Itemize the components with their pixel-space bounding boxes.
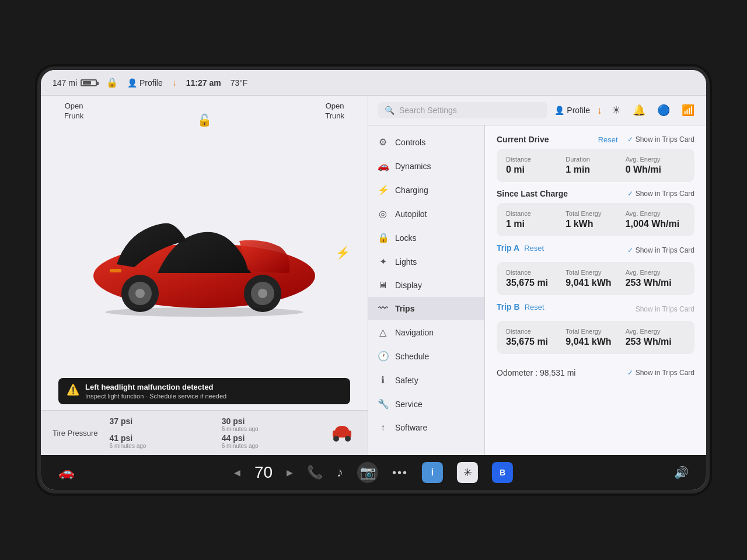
speed-display: 70 xyxy=(254,463,273,482)
service-label: Service xyxy=(395,400,423,409)
taskbar-dots[interactable]: ••• xyxy=(392,466,408,480)
taskbar-fan-app[interactable]: ✳ xyxy=(457,462,478,483)
speed-arrow-right[interactable]: ▶ xyxy=(287,468,293,477)
dynamics-icon: 🚗 xyxy=(378,160,388,172)
safety-icon: ℹ xyxy=(378,374,388,386)
bluetooth-icon[interactable]: 🔵 xyxy=(655,102,672,119)
menu-item-navigation[interactable]: △ Navigation xyxy=(368,320,484,344)
current-drive-title: Current Drive xyxy=(497,135,549,144)
menu-item-dynamics[interactable]: 🚗 Dynamics xyxy=(368,154,484,178)
current-drive-header: Current Drive Reset ✓ Show in Trips Card xyxy=(497,135,694,144)
tire-readings: 37 psi 30 psi 6 minutes ago 41 psi 6 min… xyxy=(110,416,316,449)
taskbar-music-icon[interactable]: ♪ xyxy=(337,465,343,480)
taskbar-info-app[interactable]: i xyxy=(422,462,443,483)
schedule-icon: 🕐 xyxy=(378,351,388,362)
software-label: Software xyxy=(395,423,427,432)
open-frunk-button[interactable]: OpenFrunk xyxy=(64,102,83,121)
trips-icon: 〰 xyxy=(378,303,388,314)
trips-content: Current Drive Reset ✓ Show in Trips Card xyxy=(485,125,706,455)
svg-point-6 xyxy=(258,289,267,298)
search-placeholder: Search Settings xyxy=(399,106,457,115)
tire-rr: 44 psi 6 minutes ago xyxy=(222,433,316,449)
trip-b-stats: Distance 35,675 mi Total Energy 9,041 kW… xyxy=(506,328,685,347)
software-icon: ↑ xyxy=(378,422,388,433)
taskbar-bluetooth-app[interactable]: B xyxy=(492,462,513,483)
signal-icon[interactable]: 📶 xyxy=(679,102,697,119)
taskbar-phone-icon[interactable]: 📞 xyxy=(307,465,323,480)
checkmark-icon2: ✓ xyxy=(627,190,633,198)
range-display: 147 mi xyxy=(53,78,97,88)
open-trunk-button[interactable]: OpenTrunk xyxy=(325,102,344,121)
speed-arrow-left[interactable]: ◀ xyxy=(234,468,240,477)
taskbar-camera-icon[interactable]: 📷 xyxy=(357,462,378,483)
menu-item-safety[interactable]: ℹ Safety xyxy=(368,368,484,392)
tire-car-thumbnail xyxy=(328,419,356,447)
current-drive-card: Distance 0 mi Duration 1 min Avg. Energy… xyxy=(497,149,694,182)
settings-body: ⚙ Controls 🚗 Dynamics ⚡ Charging ◎ Autop… xyxy=(368,125,706,455)
search-icon: 🔍 xyxy=(385,106,395,115)
slc-avg-energy: Avg. Energy 1,004 Wh/mi xyxy=(626,210,685,229)
trip-a-title-row: Trip A Reset xyxy=(497,243,544,253)
tire-fl: 37 psi xyxy=(110,416,204,432)
current-drive-stats: Distance 0 mi Duration 1 min Avg. Energy… xyxy=(506,156,685,175)
current-avg-energy: Avg. Energy 0 Wh/mi xyxy=(626,156,685,175)
tire-pressure-label: Tire Pressure xyxy=(53,429,98,438)
menu-item-schedule[interactable]: 🕐 Schedule xyxy=(368,344,484,368)
menu-item-locks[interactable]: 🔒 Locks xyxy=(368,226,484,250)
sun-icon[interactable]: ☀ xyxy=(609,102,623,119)
trip-a-title: Trip A xyxy=(497,243,519,253)
status-bar: 147 mi 🔒 👤 Profile ↓ 11:27 am 73°F xyxy=(41,70,706,96)
download-icon[interactable]: ↓ xyxy=(597,104,602,117)
profile-icon: 👤 xyxy=(554,106,564,115)
bell-icon[interactable]: 🔔 xyxy=(630,102,648,119)
status-profile[interactable]: 👤 Profile xyxy=(127,78,163,88)
tire-pressure-bar: Tire Pressure 37 psi 30 psi 6 minutes ag… xyxy=(41,410,368,455)
car-lock-icon[interactable]: 🔓 xyxy=(197,113,212,127)
slc-total-energy: Total Energy 1 kWh xyxy=(566,210,625,229)
left-panel: OpenFrunk 🔓 OpenTrunk xyxy=(41,96,368,455)
controls-icon: ⚙ xyxy=(378,136,388,148)
odometer-row: Odometer : 98,531 mi ✓ Show in Trips Car… xyxy=(497,361,694,380)
battery-icon xyxy=(81,79,97,86)
menu-item-controls[interactable]: ⚙ Controls xyxy=(368,130,484,154)
trip-b-card: Distance 35,675 mi Total Energy 9,041 kW… xyxy=(497,321,694,354)
tb-total-energy: Total Energy 9,041 kWh xyxy=(566,328,625,347)
right-panel: 🔍 Search Settings 👤 Profile ↓ ☀ 🔔 🔵 📶 xyxy=(368,96,706,455)
trip-b-reset[interactable]: Reset xyxy=(525,303,544,312)
menu-item-lights[interactable]: ✦ Lights xyxy=(368,250,484,274)
menu-item-service[interactable]: 🔧 Service xyxy=(368,392,484,416)
since-last-charge-header: Since Last Charge ✓ Show in Trips Card xyxy=(497,189,694,198)
range-value: 147 mi xyxy=(53,78,77,88)
trip-a-show: ✓ Show in Trips Card xyxy=(627,246,694,254)
svg-point-10 xyxy=(333,436,339,442)
search-box[interactable]: 🔍 Search Settings xyxy=(378,102,547,118)
svg-point-11 xyxy=(345,436,351,442)
slc-distance: Distance 1 mi xyxy=(506,210,566,229)
menu-item-display[interactable]: 🖥 Display xyxy=(368,274,484,297)
locks-icon: 🔒 xyxy=(378,232,388,243)
alert-title: Left headlight malfunction detected xyxy=(85,383,226,391)
taskbar-car-icon[interactable]: 🚗 xyxy=(58,465,74,480)
trip-b-show: Show in Trips Card xyxy=(636,305,694,313)
menu-item-trips[interactable]: 〰 Trips xyxy=(368,297,484,320)
trip-a-stats: Distance 35,675 mi Total Energy 9,041 kW… xyxy=(506,269,685,288)
status-temp: 73°F xyxy=(231,78,248,88)
ta-avg-energy: Avg. Energy 253 Wh/mi xyxy=(626,269,685,288)
autopilot-icon: ◎ xyxy=(378,208,388,219)
car-svg xyxy=(82,183,327,323)
menu-item-autopilot[interactable]: ◎ Autopilot xyxy=(368,202,484,226)
autopilot-label: Autopilot xyxy=(395,209,427,219)
current-drive-reset[interactable]: Reset xyxy=(598,135,618,144)
menu-item-charging[interactable]: ⚡ Charging xyxy=(368,178,484,202)
trip-a-reset[interactable]: Reset xyxy=(524,244,544,253)
alert-icon: ⚠️ xyxy=(67,383,79,396)
profile-header-button[interactable]: 👤 Profile xyxy=(554,106,590,115)
tire-rl: 41 psi 6 minutes ago xyxy=(110,433,204,449)
taskbar-volume-icon[interactable]: 🔊 xyxy=(674,466,689,480)
display-icon: 🖥 xyxy=(378,280,388,290)
svg-point-3 xyxy=(135,289,145,298)
menu-item-software[interactable]: ↑ Software xyxy=(368,416,484,439)
since-last-charge-stats: Distance 1 mi Total Energy 1 kWh Avg. En… xyxy=(506,210,685,229)
trip-a-header: Trip A Reset ✓ Show in Trips Card xyxy=(497,243,694,257)
lock-icon: 🔒 xyxy=(106,77,118,88)
